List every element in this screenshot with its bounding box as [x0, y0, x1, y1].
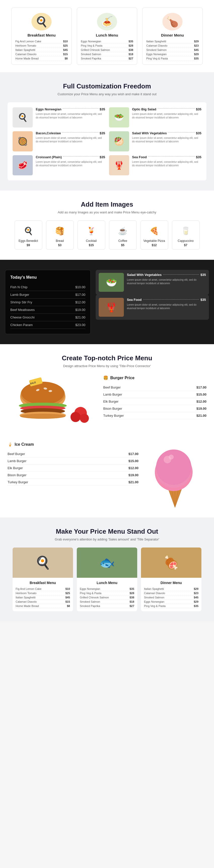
standout-item-name: Smoked Salmon: [80, 600, 100, 603]
dark-menu-item-price: $23.00: [75, 323, 85, 327]
dark-menu-item: Fish N Chip$10.00: [10, 283, 85, 291]
menu-item-name: Ping Veg & Pasta: [81, 44, 103, 47]
dark-food-name: Salad With Vegetables: [127, 273, 162, 277]
menu-item-name: Smoked Salmon: [146, 49, 167, 52]
custom-item-name: Optic Big Salad: [132, 107, 156, 111]
food-emoji: 🍳: [17, 113, 28, 122]
image-item: 🥛 Cappuccino $7: [172, 220, 200, 250]
price-list-item: Beef Burger$17.00: [7, 451, 139, 458]
menu-item-name: Eggs Norwegian: [146, 53, 167, 56]
menu-item-price: $25: [63, 44, 68, 47]
icecream-right: [143, 442, 207, 507]
standout-item-price: $35: [130, 587, 134, 590]
image-item-price: $12: [143, 243, 166, 247]
custom-item-content: Salad With Vegetables $35 Lorem ipsum do…: [132, 131, 202, 143]
standout-menu-item-row: Eggs Norwegian$35: [80, 587, 134, 591]
price-list-item-price: $17.00: [129, 452, 139, 456]
standout-item-price: $8: [67, 604, 70, 608]
standout-item-name: Smoked Paprika: [80, 604, 100, 608]
menu-item-name: Italian Spaghetti: [15, 49, 35, 52]
image-item-icon: 🍹: [84, 224, 99, 237]
menu-item-row: Ping Veg & Pasta$28: [81, 43, 133, 48]
custom-item-name: Bacon,Coleslaw: [36, 131, 61, 135]
price-list-item-name: Lamb Burger: [7, 459, 27, 463]
standout-item-name: Italian Spaghetti: [144, 587, 164, 590]
standout-card-img: 🍳: [12, 548, 73, 578]
svg-point-24: [156, 450, 191, 485]
custom-item-content: Sea Food $35 Lorem ipsum dolor sit amet,…: [132, 155, 202, 167]
menu-item-price: $35: [129, 40, 133, 43]
custom-item-content: Optic Big Salad $35 Lorem ipsum dolor si…: [132, 107, 202, 119]
dark-food-img: 🥗: [99, 273, 124, 292]
image-item-price: $7: [175, 243, 197, 247]
menu-item-row: Home Made Bread$8: [15, 56, 68, 61]
dark-menu-item-name: Shrimp Stir Fry: [10, 300, 32, 304]
menu-card: 🍝 Lunch Menu Eggs Norwegian$35Ping Veg &…: [77, 7, 137, 65]
custom-item: 🥘 Bacon,Coleslaw $35 Lorem ipsum dolor s…: [12, 131, 105, 151]
standout-heading: Make Your Price Menu Stand Out: [5, 528, 209, 535]
custom-item-img: 🦞: [109, 155, 129, 175]
price-list-item: Bison Burger$19.00: [103, 405, 207, 412]
standout-item-name: Eggs Norwegian: [144, 600, 165, 603]
image-item-name: Coffee: [112, 239, 134, 243]
price-list-item-price: $15.00: [129, 459, 139, 463]
standout-menu-item-row: Smoked Salmon$18: [80, 600, 134, 604]
burger-price-title: 🍔 Burger Price: [103, 375, 207, 380]
menu-item-name: Home Made Bread: [15, 57, 38, 60]
icecream-section: 🍦 Ice Cream Beef Burger$17.00Lamb Burger…: [7, 442, 207, 507]
menu-card-title: Dinner Menu: [146, 33, 199, 37]
dark-food-dash: [143, 299, 199, 300]
dark-food-name: Sea Food: [127, 298, 142, 302]
custom-item-price: $35: [196, 131, 202, 135]
price-list-item: Lamb Burger$15.00: [7, 458, 139, 465]
menu-item-price: $23: [194, 44, 199, 47]
image-item: 🥞 Bread $3: [46, 220, 74, 250]
custom-item-desc: Lorem ipsum dolor sit amet, consectetur …: [36, 160, 105, 167]
dark-food-header: Sea Food $35: [127, 298, 206, 302]
dark-menu-item-price: $17.00: [75, 293, 85, 297]
standout-menu-item-row: Home Made Bread$8: [15, 604, 70, 608]
food-emoji: 🐟: [99, 555, 115, 570]
image-item-price: $9: [17, 243, 39, 247]
burger-price-list: Beef Burger$17.00Lamb Burger$15.00Elk Bu…: [103, 384, 207, 419]
standout-card-img: 🐟: [77, 548, 137, 578]
add-images-section: Add Item Images Add as many Images as yo…: [0, 190, 214, 260]
food-emoji: 🍝: [97, 13, 117, 30]
price-list-item-name: Bison Burger: [103, 407, 122, 410]
dark-menu-item: Shrimp Stir Fry$12.00: [10, 299, 85, 306]
custom-item-price: $35: [196, 107, 202, 111]
dark-food-card: 🥗 Salad With Vegetables $35 Lorem ipsum …: [96, 270, 209, 295]
food-emoji: 🍗: [163, 13, 182, 30]
standout-item-price: $15: [66, 600, 70, 603]
custom-item-price: $35: [100, 155, 105, 159]
menu-item-row: Calamari Diavolo$15: [15, 52, 68, 56]
custom-item-img: 🥗: [109, 107, 129, 127]
dark-menu-left: Today's Menu Fish N Chip$10.00Lamb Burge…: [5, 270, 91, 334]
standout-item-price: $10: [66, 587, 70, 590]
price-list-item-name: Elk Burger: [7, 466, 23, 470]
image-item-icon: 🥞: [52, 224, 68, 237]
svg-point-26: [169, 455, 174, 460]
dark-food-header: Salad With Vegetables $35: [127, 273, 206, 277]
food-emoji: 🍳: [32, 13, 51, 30]
icecream-left: 🍦 Ice Cream Beef Burger$17.00Lamb Burger…: [7, 442, 139, 486]
image-item-name: Eggs Benedict: [17, 239, 39, 243]
menu-card-title: Lunch Menu: [81, 33, 133, 37]
price-list-item: Elk Burger$12.00: [103, 398, 207, 405]
custom-item-header: Bacon,Coleslaw $35: [36, 131, 105, 135]
standout-menu-item-row: Ping Veg & Pasta$28: [80, 591, 134, 595]
menu-item-price: $38: [129, 49, 133, 52]
svg-point-2: [22, 382, 64, 404]
custom-item-content: Croissant (Plain) $35 Lorem ipsum dolor …: [36, 155, 105, 167]
menu-item-row: Calamari Diavolo$23: [146, 43, 199, 48]
image-item-name: Vegetable Pizza: [143, 239, 166, 243]
standout-item-price: $45: [66, 596, 70, 599]
burger-illustration: SALE: [7, 375, 93, 431]
add-images-heading: Add Item Images: [5, 200, 209, 208]
standout-menu-item-row: Smoked Paprika$27: [80, 604, 134, 608]
add-images-subtitle: Add as many Images as you want and make …: [5, 210, 209, 214]
image-item-icon: 🍳: [21, 224, 36, 237]
svg-point-10: [20, 414, 66, 419]
dark-food-cards: 🥗 Salad With Vegetables $35 Lorem ipsum …: [96, 270, 209, 320]
menu-item-row: Eggs Norwegian$29: [146, 52, 199, 56]
